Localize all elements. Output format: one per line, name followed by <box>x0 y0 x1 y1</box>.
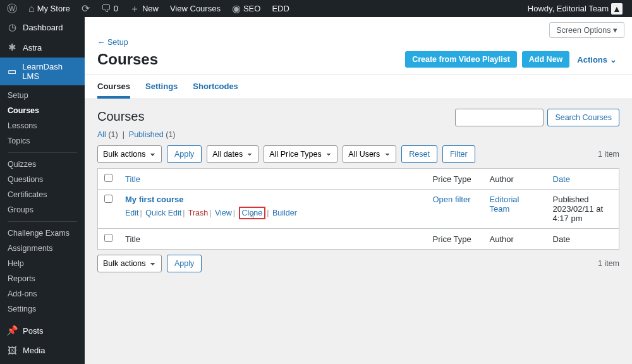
media-icon: 🖾 <box>6 345 18 356</box>
comments-link[interactable]: 🗨0 <box>97 0 123 17</box>
search-button[interactable]: Search Courses <box>547 109 619 126</box>
new-button[interactable]: ＋New <box>125 0 163 17</box>
courses-table: Title Price Type Author Date My first co… <box>97 168 619 250</box>
view-published-count: (1) <box>166 130 175 139</box>
actions-dropdown[interactable]: Actions⌄ <box>574 55 619 64</box>
menu-posts[interactable]: 📌Posts <box>0 320 85 341</box>
view-all[interactable]: All <box>97 130 106 139</box>
bulk-actions-select[interactable]: Bulk actions <box>97 145 162 163</box>
menu-astra[interactable]: ✱Astra <box>0 37 85 58</box>
row-clone[interactable]: Clone <box>242 209 263 217</box>
apply-button-bottom[interactable]: Apply <box>167 255 202 272</box>
row-trash[interactable]: Trash <box>188 209 209 217</box>
admin-bar-right: Howdy, Editorial Team ▲ <box>523 0 627 17</box>
menu-dashboard[interactable]: ◷Dashboard <box>0 17 85 37</box>
dates-select[interactable]: All dates <box>207 145 258 163</box>
site-link[interactable]: ⌂My Store <box>24 0 75 17</box>
submenu-setup[interactable]: Setup <box>0 88 85 103</box>
nav-tabs: Courses Settings Shortcodes <box>85 75 632 99</box>
menu-media[interactable]: 🖾Media <box>0 341 85 360</box>
submenu-topics[interactable]: Topics <box>0 133 85 149</box>
howdy-user[interactable]: Howdy, Editorial Team ▲ <box>523 0 627 17</box>
search-input[interactable] <box>455 109 544 126</box>
check-all-top[interactable] <box>104 174 112 182</box>
apply-button-top[interactable]: Apply <box>167 145 202 163</box>
row-check[interactable] <box>104 195 112 203</box>
add-new-button[interactable]: Add New <box>522 51 569 68</box>
row-edit[interactable]: Edit <box>125 209 139 217</box>
row-price[interactable]: Open filter <box>433 195 471 204</box>
row-date-line: 2023/02/11 at 4:17 pm <box>553 204 604 223</box>
tab-shortcodes[interactable]: Shortcodes <box>193 82 238 99</box>
filter-button[interactable]: Filter <box>442 145 475 163</box>
menu-label: Posts <box>23 326 44 336</box>
submenu-help[interactable]: Help <box>0 256 85 271</box>
site-title: My Store <box>37 4 70 13</box>
learndash-icon: ▭ <box>6 66 17 77</box>
submenu-courses[interactable]: Courses <box>0 103 85 118</box>
subsubsub-row: All (1) | Published (1) Search Courses <box>97 130 619 139</box>
wordpress-icon: ⓦ <box>7 4 17 14</box>
submenu-challenge-exams[interactable]: Challenge Exams <box>0 226 85 241</box>
setup-back-link[interactable]: ← Setup <box>85 38 632 51</box>
col-title-link[interactable]: Title <box>125 174 140 184</box>
wp-logo[interactable]: ⓦ <box>3 0 21 17</box>
learndash-submenu: Setup Courses Lessons Topics Quizzes Que… <box>0 85 85 320</box>
row-view[interactable]: View <box>215 209 232 217</box>
items-count-bottom: 1 item <box>598 259 619 268</box>
new-label: New <box>142 4 159 13</box>
check-all-bottom[interactable] <box>104 234 112 242</box>
bulk-actions-select-bottom[interactable]: Bulk actions <box>97 255 162 272</box>
tab-courses[interactable]: Courses <box>97 82 130 99</box>
admin-bar: ⓦ ⌂My Store ⟳ 🗨0 ＋New View Courses ◉SEO … <box>0 0 632 17</box>
col-price: Price Type <box>427 169 483 190</box>
menu-label: Astra <box>23 43 42 52</box>
howdy-label: Howdy, Editorial Team <box>528 4 609 13</box>
menu-learndash[interactable]: ▭LearnDash LMS <box>0 58 85 85</box>
row-date-status: Published <box>553 195 589 204</box>
row-quick-edit[interactable]: Quick Edit <box>145 209 181 217</box>
submenu-certificates[interactable]: Certificates <box>0 187 85 202</box>
reset-button[interactable]: Reset <box>401 145 437 163</box>
refresh-button[interactable]: ⟳ <box>77 0 94 17</box>
screen-options-button[interactable]: Screen Options ▾ <box>549 22 624 38</box>
menu-label: Dashboard <box>23 23 63 32</box>
view-courses-link[interactable]: View Courses <box>166 0 225 17</box>
row-author[interactable]: Editorial Team <box>490 195 520 214</box>
submenu-settings[interactable]: Settings <box>0 301 85 317</box>
page-title-row: Courses Create from Video Playlist Add N… <box>85 51 632 75</box>
col-title: Title <box>119 169 427 190</box>
col-date-link-foot[interactable]: Date <box>553 234 570 244</box>
pin-icon: 📌 <box>6 325 18 336</box>
submenu-quizzes[interactable]: Quizzes <box>0 157 85 172</box>
table-row: My first course Edit| Quick Edit| Trash|… <box>98 190 619 229</box>
price-types-select[interactable]: All Price Types <box>264 145 337 163</box>
create-from-playlist-button[interactable]: Create from Video Playlist <box>405 51 517 68</box>
tab-settings[interactable]: Settings <box>145 82 178 99</box>
row-builder[interactable]: Builder <box>272 209 297 217</box>
col-date-link[interactable]: Date <box>553 174 570 184</box>
dashboard-icon: ◷ <box>6 21 18 33</box>
page-title: Courses <box>97 51 158 68</box>
admin-sidebar: ◷Dashboard ✱Astra ▭LearnDash LMS Setup C… <box>0 17 85 364</box>
seo-link[interactable]: ◉SEO <box>228 0 265 17</box>
view-sep: | <box>120 130 129 139</box>
submenu-assignments[interactable]: Assignments <box>0 241 85 256</box>
submenu-reports[interactable]: Reports <box>0 271 85 286</box>
seo-label: SEO <box>243 4 260 13</box>
screen-meta-row: Screen Options ▾ <box>85 17 632 38</box>
view-all-count: (1) <box>108 130 118 139</box>
comment-icon: 🗨 <box>101 4 111 14</box>
submenu-addons[interactable]: Add-ons <box>0 286 85 301</box>
menu-pages[interactable]: ▤Pages <box>0 360 85 364</box>
view-published[interactable]: Published <box>129 130 164 139</box>
submenu-groups[interactable]: Groups <box>0 202 85 217</box>
col-title-link-foot[interactable]: Title <box>125 234 140 244</box>
submenu-lessons[interactable]: Lessons <box>0 118 85 133</box>
users-select[interactable]: All Users <box>343 145 396 163</box>
plus-icon: ＋ <box>130 4 140 14</box>
edd-link[interactable]: EDD <box>267 0 293 17</box>
row-title-link[interactable]: My first course <box>125 195 183 204</box>
submenu-questions[interactable]: Questions <box>0 172 85 187</box>
submenu-separator <box>8 221 77 222</box>
